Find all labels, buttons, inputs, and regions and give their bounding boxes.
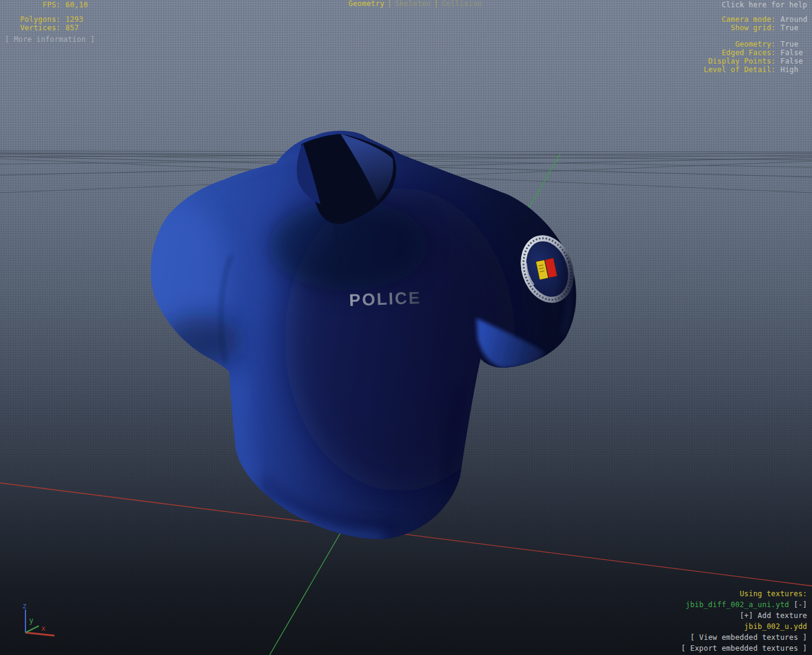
axis-z-label: z (22, 602, 27, 610)
geometry-toggle-label[interactable]: Geometry: (735, 40, 776, 48)
tab-collision[interactable]: Collision (442, 0, 482, 8)
view-embedded-textures-button[interactable]: [ View embedded textures ] (681, 632, 807, 643)
texture-file-name[interactable]: jbib_diff_002_a_uni.ytd (686, 600, 790, 609)
axis-y-label: y (29, 616, 33, 625)
help-link[interactable]: Click here for help (722, 1, 807, 9)
level-of-detail-value[interactable]: High (780, 65, 799, 74)
remove-texture-button[interactable]: [-] (794, 600, 807, 609)
show-grid-value[interactable]: True (780, 24, 799, 32)
axis-gizmo: z y x (22, 602, 55, 636)
textures-panel: Using textures: jbib_diff_002_a_uni.ytd … (681, 588, 807, 654)
display-points-label[interactable]: Display Points: (708, 57, 776, 65)
display-points-value[interactable]: False (780, 57, 803, 65)
view-settings-panel: Camera mode: Around Show grid: True Geom… (704, 15, 807, 74)
scene-canvas[interactable]: POLICE z y (0, 0, 812, 655)
vertices-value: 857 (65, 24, 95, 32)
level-of-detail-label[interactable]: Level of Detail: (704, 65, 776, 74)
show-grid-label[interactable]: Show grid: (731, 24, 776, 32)
edged-faces-value[interactable]: False (780, 48, 803, 57)
polygons-value: 1293 (65, 15, 95, 24)
camera-mode-label[interactable]: Camera mode: (722, 15, 776, 24)
tab-separator: | (387, 0, 391, 8)
texture-file-row: jbib_diff_002_a_uni.ytd [-] (681, 599, 807, 610)
stats-panel: FPS: 60,10 Polygons: 1293 Vertices: 857 … (5, 1, 95, 44)
model-file-name: jbib_002_u.ydd (681, 621, 807, 632)
tab-separator: | (434, 0, 438, 8)
tab-skeleton[interactable]: Skeleton (395, 0, 431, 8)
fps-label: FPS: (5, 1, 61, 9)
vertices-label: Vertices: (5, 24, 61, 32)
tab-geometry[interactable]: Geometry (348, 0, 384, 8)
fps-value: 60,10 (65, 1, 95, 9)
edged-faces-label[interactable]: Edged Faces: (722, 48, 776, 57)
camera-mode-value[interactable]: Around (780, 15, 808, 24)
shirt-3d-model[interactable]: POLICE (136, 131, 582, 539)
geometry-toggle-value[interactable]: True (780, 40, 799, 48)
using-textures-label: Using textures: (681, 588, 807, 599)
render-mode-tabs: Geometry|Skeleton|Collision (348, 0, 482, 8)
axis-x-label: x (41, 624, 45, 633)
vertices-row: Vertices: 857 (5, 24, 95, 32)
viewport-3d[interactable]: POLICE z y (0, 0, 812, 655)
polygons-label: Polygons: (5, 15, 61, 24)
more-information-link[interactable]: [ More information ] (5, 35, 95, 44)
polygons-row: Polygons: 1293 (5, 15, 95, 24)
export-embedded-textures-button[interactable]: [ Export embedded textures ] (681, 643, 807, 654)
police-text: POLICE (349, 288, 422, 310)
add-texture-button[interactable]: [+] Add texture (681, 610, 807, 621)
fps-row: FPS: 60,10 (5, 1, 95, 9)
